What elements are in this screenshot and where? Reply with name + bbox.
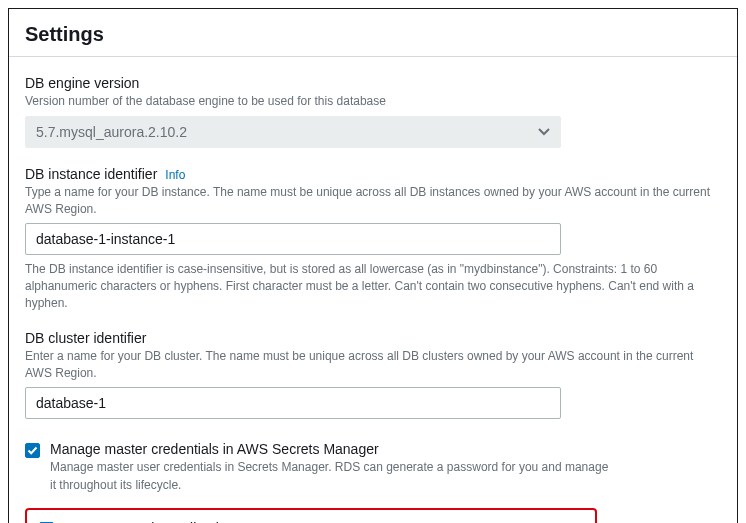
- db-instance-identifier-label: DB instance identifier: [25, 166, 157, 182]
- db-instance-identifier-field: DB instance identifier Info Type a name …: [25, 166, 721, 312]
- info-link[interactable]: Info: [165, 168, 185, 182]
- manage-credentials-checkbox[interactable]: [25, 443, 40, 458]
- rotate-secret-highlight: Rotate secret immediately When you rotat…: [25, 508, 597, 523]
- db-engine-version-label: DB engine version: [25, 75, 721, 91]
- db-cluster-identifier-field: DB cluster identifier Enter a name for y…: [25, 330, 721, 420]
- caret-down-icon: [538, 128, 550, 136]
- db-instance-identifier-input[interactable]: [25, 223, 561, 255]
- db-instance-identifier-constraint: The DB instance identifier is case-insen…: [25, 261, 720, 311]
- db-engine-version-field: DB engine version Version number of the …: [25, 75, 721, 148]
- divider: [9, 56, 737, 57]
- db-cluster-identifier-input[interactable]: [25, 387, 561, 419]
- db-cluster-identifier-helper: Enter a name for your DB cluster. The na…: [25, 348, 720, 382]
- settings-panel: Settings DB engine version Version numbe…: [8, 8, 738, 523]
- db-engine-version-value: 5.7.mysql_aurora.2.10.2: [36, 124, 187, 140]
- db-engine-version-helper: Version number of the database engine to…: [25, 93, 720, 110]
- db-engine-version-select[interactable]: 5.7.mysql_aurora.2.10.2: [25, 116, 561, 148]
- manage-credentials-row: Manage master credentials in AWS Secrets…: [25, 441, 721, 494]
- manage-credentials-helper: Manage master user credentials in Secret…: [50, 459, 610, 494]
- db-cluster-identifier-label: DB cluster identifier: [25, 330, 721, 346]
- panel-title: Settings: [25, 23, 721, 46]
- manage-credentials-label: Manage master credentials in AWS Secrets…: [50, 441, 610, 457]
- db-instance-identifier-helper: Type a name for your DB instance. The na…: [25, 184, 720, 218]
